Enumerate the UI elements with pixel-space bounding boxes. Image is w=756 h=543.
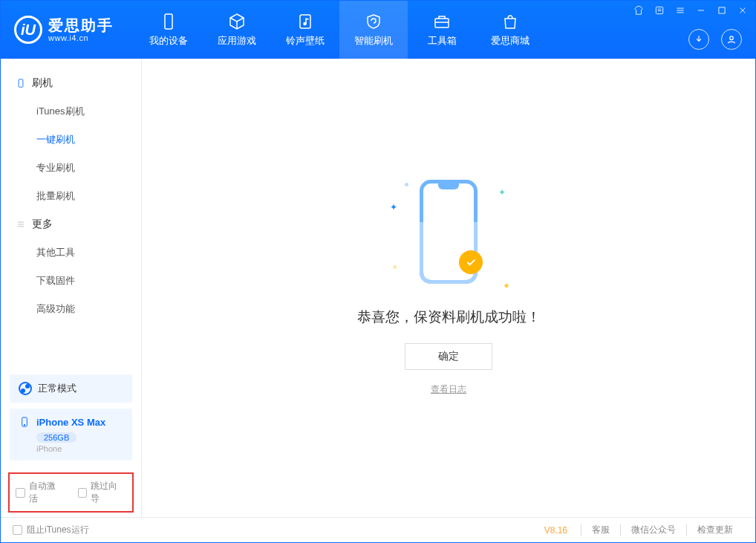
success-message: 恭喜您，保资料刷机成功啦！ [357, 308, 541, 327]
feedback-icon[interactable] [654, 5, 665, 16]
highlighted-options: 自动激活 跳过向导 [8, 472, 134, 513]
check-badge-icon [459, 250, 483, 274]
tab-label: 铃声壁纸 [286, 34, 325, 48]
checkbox-label: 阻止iTunes运行 [27, 524, 89, 536]
sparkle-icon: ✦ [390, 202, 397, 212]
tab-smart-flash[interactable]: 智能刷机 [339, 1, 408, 59]
device-name: iPhone XS Max [36, 417, 105, 428]
sidebar: 刷机 iTunes刷机 一键刷机 专业刷机 批量刷机 更多 其他工具 下载固件 … [1, 59, 142, 517]
app-name: 爱思助手 [48, 17, 114, 33]
phone-icon [159, 12, 178, 31]
sidebar-item-itunes-flash[interactable]: iTunes刷机 [1, 97, 141, 126]
user-icon[interactable] [721, 29, 742, 50]
tab-label: 应用游戏 [218, 34, 256, 48]
sparkle-icon: ✦ [503, 281, 510, 291]
minimize-icon[interactable] [696, 5, 706, 16]
app-logo-icon: iU [14, 16, 42, 44]
success-illustration: ✦ ✦ ✦ [420, 180, 478, 284]
tab-store[interactable]: 爱思商城 [476, 1, 544, 59]
svg-point-2 [304, 23, 306, 25]
svg-rect-5 [719, 7, 725, 13]
sparkle-icon: ✦ [498, 187, 506, 198]
maximize-icon[interactable] [717, 5, 727, 16]
svg-rect-1 [300, 15, 310, 28]
svg-point-6 [730, 36, 734, 40]
dot-icon [393, 265, 397, 269]
tab-ringtone-wallpaper[interactable]: 铃声壁纸 [271, 1, 339, 59]
device-card[interactable]: iPhone XS Max 256GB iPhone [10, 409, 132, 461]
tab-apps-games[interactable]: 应用游戏 [203, 1, 271, 59]
dot-icon [405, 183, 408, 186]
svg-rect-4 [656, 7, 662, 13]
svg-rect-7 [19, 79, 23, 88]
view-log-link[interactable]: 查看日志 [431, 383, 466, 396]
music-note-icon [296, 12, 315, 31]
sidebar-item-download-firmware[interactable]: 下载固件 [1, 267, 141, 295]
sidebar-item-advanced[interactable]: 高级功能 [1, 295, 141, 323]
tab-my-device[interactable]: 我的设备 [134, 1, 203, 59]
body: 刷机 iTunes刷机 一键刷机 专业刷机 批量刷机 更多 其他工具 下载固件 … [1, 59, 755, 517]
device-capacity: 256GB [36, 432, 76, 443]
mode-icon [19, 382, 32, 395]
group-title: 更多 [32, 218, 53, 231]
device-phone-icon [19, 416, 30, 428]
checkbox-icon [13, 525, 22, 535]
shopping-bag-icon [501, 12, 520, 31]
sidebar-item-other-tools[interactable]: 其他工具 [1, 238, 141, 267]
download-icon[interactable] [688, 29, 709, 50]
mode-label: 正常模式 [38, 382, 76, 395]
title-right-icons [688, 29, 742, 50]
svg-rect-0 [165, 14, 172, 29]
checkbox-skip-guide[interactable]: 跳过向导 [78, 480, 127, 505]
sidebar-item-batch-flash[interactable]: 批量刷机 [1, 182, 141, 210]
app-domain: www.i4.cn [48, 33, 114, 42]
main-tabs: 我的设备 应用游戏 铃声壁纸 智能刷机 工具箱 爱思商城 [134, 1, 544, 59]
tab-label: 工具箱 [428, 34, 457, 48]
cube-icon [227, 12, 247, 31]
tab-label: 智能刷机 [354, 34, 393, 48]
list-icon [16, 219, 26, 230]
footer-link-update[interactable]: 检查更新 [686, 524, 743, 536]
sidebar-item-oneclick-flash[interactable]: 一键刷机 [1, 126, 141, 154]
mode-indicator[interactable]: 正常模式 [10, 374, 132, 403]
checkbox-label: 自动激活 [29, 480, 65, 505]
main-content: ✦ ✦ ✦ 恭喜您，保资料刷机成功啦！ 确定 查看日志 [142, 59, 755, 517]
title-bar: iU 爱思助手 www.i4.cn 我的设备 应用游戏 铃声壁纸 智能刷机 [1, 1, 755, 59]
group-title: 刷机 [32, 77, 53, 90]
logo-area: iU 爱思助手 www.i4.cn [1, 1, 127, 59]
sidebar-item-pro-flash[interactable]: 专业刷机 [1, 154, 141, 182]
phone-graphic [420, 180, 478, 284]
checkbox-icon [78, 488, 88, 498]
checkbox-block-itunes[interactable]: 阻止iTunes运行 [13, 524, 89, 536]
toolbox-icon [432, 12, 452, 31]
checkbox-label: 跳过向导 [91, 480, 126, 505]
footer-link-wechat[interactable]: 微信公众号 [620, 524, 686, 536]
ok-button[interactable]: 确定 [405, 343, 492, 370]
app-title: 爱思助手 www.i4.cn [48, 17, 114, 42]
checkbox-icon [16, 488, 25, 498]
tab-label: 我的设备 [149, 34, 188, 48]
svg-point-9 [24, 424, 25, 425]
tab-label: 爱思商城 [491, 34, 529, 48]
version-label: V8.16 [544, 525, 567, 536]
phone-outline-icon [16, 78, 26, 88]
window-controls [633, 5, 748, 16]
menu-icon[interactable] [675, 5, 685, 16]
refresh-shield-icon [364, 12, 383, 31]
skin-icon[interactable] [633, 5, 644, 16]
sidebar-group-flash[interactable]: 刷机 [1, 69, 141, 97]
svg-rect-3 [435, 19, 449, 27]
sidebar-group-more[interactable]: 更多 [1, 210, 141, 238]
app-window: iU 爱思助手 www.i4.cn 我的设备 应用游戏 铃声壁纸 智能刷机 [0, 0, 756, 543]
sidebar-scroll: 刷机 iTunes刷机 一键刷机 专业刷机 批量刷机 更多 其他工具 下载固件 … [1, 59, 141, 368]
close-icon[interactable] [737, 5, 748, 16]
device-type: iPhone [36, 444, 123, 453]
checkbox-auto-activate[interactable]: 自动激活 [16, 480, 65, 505]
footer: 阻止iTunes运行 V8.16 客服 微信公众号 检查更新 [1, 517, 755, 542]
tab-toolbox[interactable]: 工具箱 [408, 1, 476, 59]
footer-link-support[interactable]: 客服 [581, 524, 620, 536]
